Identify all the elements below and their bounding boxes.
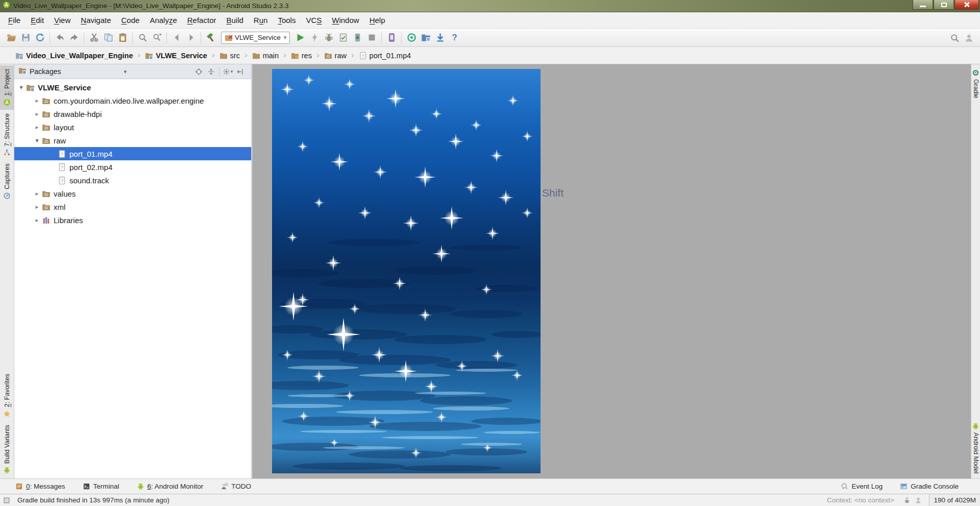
search-everywhere-button[interactable] [947,32,962,45]
synchronize-button[interactable] [33,31,47,44]
tree-item-drawable-hdpi[interactable]: ▸drawable-hdpi [14,107,251,121]
tool-strip-tab-2-favorites[interactable]: 2: Favorites [0,370,14,421]
tree-item-layout[interactable]: ▸layout [14,121,251,134]
menu-run[interactable]: Run [249,14,273,27]
collapse-all-button[interactable] [205,66,217,77]
context-indicator[interactable]: Context: <no context> [827,496,894,504]
expand-closed-icon[interactable]: ▸ [32,124,42,131]
replace-button[interactable] [150,31,164,44]
hide-panel-button[interactable] [234,66,246,77]
settings-gear-button[interactable]: ▾ [222,66,234,77]
expand-open-icon[interactable]: ▾ [16,84,26,91]
android-profiler-button[interactable] [350,31,364,44]
tree-item-port-02-mp4[interactable]: ?port_02.mp4 [14,160,251,174]
cut-button[interactable] [87,31,101,44]
breadcrumb-item-video_live_wallpaper_engine[interactable]: Video_Live_Wallpaper_Engine [15,52,133,60]
menu-analyze[interactable]: Analyze [144,14,182,27]
find-button[interactable] [135,31,150,44]
menu-navigate[interactable]: Navigate [76,14,116,27]
memory-indicator[interactable]: 190 of 4029M [929,494,980,506]
expand-closed-icon[interactable]: ▸ [32,216,42,224]
menu-tools[interactable]: Tools [273,14,301,27]
breadcrumb-item-vlwe_service[interactable]: VLWE_Service [145,52,207,60]
inspections-profile-icon[interactable] [913,497,924,504]
tree-item-raw[interactable]: ▾raw [14,134,251,147]
sdk-download-button[interactable] [433,31,447,44]
tool-window-tab-todo[interactable]: TODO [220,483,251,490]
help-button[interactable]: ? [447,31,461,44]
tool-window-toggle-icon[interactable] [0,497,13,504]
source-folder-icon [42,136,54,145]
back-button[interactable] [169,31,184,44]
tree-item-vlwe-service[interactable]: ▾VLWE_Service [14,81,251,94]
open-file-button[interactable] [4,31,18,44]
breadcrumb-item-res[interactable]: res [291,52,312,60]
expand-closed-icon[interactable]: ▸ [32,190,42,197]
redo-button[interactable] [67,31,81,44]
run-button[interactable] [293,31,307,44]
tree-item-values[interactable]: ▸values [14,187,251,200]
minimize-button[interactable] [913,0,933,10]
tree-item-xml[interactable]: ▸xml [14,200,251,213]
expand-closed-icon[interactable]: ▸ [32,97,42,104]
run-with-coverage-button[interactable] [336,31,350,44]
user-button[interactable] [962,32,976,45]
paste-button[interactable] [115,31,130,44]
expand-open-icon[interactable]: ▾ [32,137,42,144]
sdk-manager-button[interactable] [419,31,433,44]
copy-button[interactable] [101,31,115,44]
tool-window-tab-6-android-monitor[interactable]: 6: Android Monitor [137,483,204,490]
avd-manager-button[interactable] [384,31,399,44]
tree-item-com-yourdomain-video-live-wallpaper-engine[interactable]: ▸com.yourdomain.video.live.wallpaper.eng… [14,94,251,107]
tool-window-tab-label: 0: Messages [26,483,65,490]
maximize-button[interactable] [934,0,954,10]
tool-strip-tab-gradle[interactable]: Gradle [971,65,980,102]
menu-refactor[interactable]: Refactor [182,14,222,27]
undo-button[interactable] [53,31,67,44]
source-folder-icon [42,97,54,105]
menu-help[interactable]: Help [364,14,390,27]
tool-strip-tab-1-project[interactable]: 1: Project [0,65,14,110]
toolbar-separator [166,32,167,43]
gradle-sync-button[interactable] [404,31,419,44]
tool-strip-tab-build-variants[interactable]: Build Variants [0,421,14,477]
close-button[interactable] [954,0,979,10]
tool-strip-tab-7-structure[interactable]: 7: Structure [0,110,14,160]
breadcrumb-item-port_01.mp4[interactable]: ?port_01.mp4 [359,52,411,60]
expand-closed-icon[interactable]: ▸ [32,203,42,210]
locate-button[interactable] [192,66,205,77]
tool-window-tab-0-messages[interactable]: 0: Messages [15,483,65,490]
attach-debugger-button[interactable] [307,31,322,44]
menu-vcs[interactable]: VCS [301,14,327,27]
breadcrumb-separator-icon: › [351,50,354,60]
breadcrumb-separator-icon: › [244,50,248,60]
menu-build[interactable]: Build [221,14,248,27]
run-configuration-select[interactable]: VLWE_Service▾ [221,32,290,44]
menu-file[interactable]: File [3,14,26,27]
tool-strip-tab-android-model[interactable]: Android Model [971,419,980,477]
tree-item-port-01-mp4[interactable]: ?port_01.mp4 [14,147,251,160]
tool-window-tab-event-log[interactable]: Event Log [841,483,883,490]
menu-view[interactable]: View [49,14,76,27]
stop-button[interactable] [364,31,379,44]
tool-window-tab-gradle-console[interactable]: Gradle Console [900,483,959,490]
tree-item-libraries[interactable]: ▸Libraries [14,213,251,227]
tool-strip-label: 7: Structure [4,113,11,147]
menu-code[interactable]: Code [116,14,145,27]
back-icon [172,33,182,42]
tree-item-sound-track[interactable]: ?sound.track [14,174,251,187]
breadcrumb-item-src[interactable]: src [219,52,240,60]
breadcrumb-item-main[interactable]: main [252,52,279,60]
unlock-icon[interactable] [901,497,913,504]
tool-strip-tab-captures[interactable]: Captures [0,160,14,203]
menu-window[interactable]: Window [327,14,364,27]
make-project-button[interactable] [204,31,218,44]
save-all-button[interactable] [18,31,33,44]
tool-window-tab-terminal[interactable]: Terminal [83,483,119,490]
menu-edit[interactable]: Edit [26,14,49,27]
debug-button[interactable] [322,31,336,44]
breadcrumb-item-raw[interactable]: raw [324,52,347,60]
project-view-select[interactable]: Packages ▾ [18,66,127,77]
forward-button[interactable] [184,31,198,44]
expand-closed-icon[interactable]: ▸ [32,110,42,117]
